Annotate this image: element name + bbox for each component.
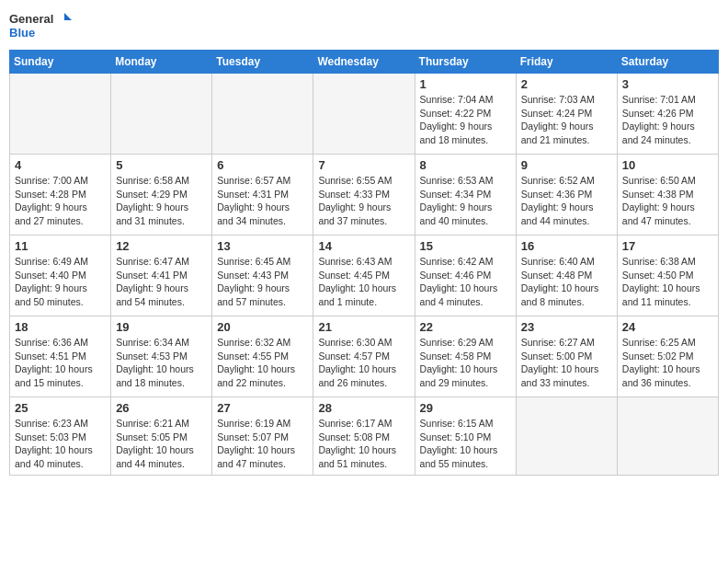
day-number: 7	[318, 158, 409, 172]
day-info: Sunrise: 6:32 AMSunset: 4:55 PMDaylight:…	[217, 336, 308, 390]
day-info: Sunrise: 7:04 AMSunset: 4:22 PMDaylight:…	[420, 93, 511, 147]
calendar-cell: 17Sunrise: 6:38 AMSunset: 4:50 PMDayligh…	[617, 236, 718, 316]
calendar-cell	[212, 74, 313, 155]
svg-marker-2	[64, 13, 72, 20]
day-number: 9	[521, 158, 612, 172]
day-info: Sunrise: 6:38 AMSunset: 4:50 PMDaylight:…	[622, 255, 713, 309]
weekday-header-wednesday: Wednesday	[313, 51, 415, 74]
calendar-cell: 26Sunrise: 6:21 AMSunset: 5:05 PMDayligh…	[111, 397, 212, 476]
week-row-1: 4Sunrise: 7:00 AMSunset: 4:28 PMDaylight…	[10, 155, 719, 236]
day-info: Sunrise: 6:45 AMSunset: 4:43 PMDaylight:…	[217, 255, 308, 309]
calendar-cell: 20Sunrise: 6:32 AMSunset: 4:55 PMDayligh…	[212, 316, 313, 397]
calendar-cell: 18Sunrise: 6:36 AMSunset: 4:51 PMDayligh…	[10, 316, 111, 397]
day-info: Sunrise: 6:29 AMSunset: 4:58 PMDaylight:…	[420, 336, 511, 390]
calendar-cell: 12Sunrise: 6:47 AMSunset: 4:41 PMDayligh…	[111, 236, 212, 316]
day-info: Sunrise: 6:21 AMSunset: 5:05 PMDaylight:…	[116, 417, 207, 471]
day-number: 17	[622, 239, 713, 253]
day-info: Sunrise: 7:03 AMSunset: 4:24 PMDaylight:…	[521, 93, 612, 147]
weekday-header-row: SundayMondayTuesdayWednesdayThursdayFrid…	[10, 51, 719, 74]
calendar-table: SundayMondayTuesdayWednesdayThursdayFrid…	[9, 50, 719, 476]
day-number: 12	[116, 239, 207, 253]
calendar-cell: 22Sunrise: 6:29 AMSunset: 4:58 PMDayligh…	[415, 316, 516, 397]
calendar-cell	[516, 397, 617, 476]
day-number: 26	[116, 401, 207, 415]
day-number: 15	[420, 239, 511, 253]
calendar-cell: 13Sunrise: 6:45 AMSunset: 4:43 PMDayligh…	[212, 236, 313, 316]
day-info: Sunrise: 6:19 AMSunset: 5:07 PMDaylight:…	[217, 417, 308, 471]
header: General Blue	[9, 9, 719, 42]
calendar-cell	[10, 74, 111, 155]
calendar-cell: 5Sunrise: 6:58 AMSunset: 4:29 PMDaylight…	[111, 155, 212, 236]
day-info: Sunrise: 6:55 AMSunset: 4:33 PMDaylight:…	[318, 174, 409, 228]
svg-text:General: General	[9, 12, 53, 26]
day-info: Sunrise: 7:01 AMSunset: 4:26 PMDaylight:…	[622, 93, 713, 147]
calendar-cell: 6Sunrise: 6:57 AMSunset: 4:31 PMDaylight…	[212, 155, 313, 236]
day-number: 22	[420, 320, 511, 334]
svg-text:Blue: Blue	[9, 26, 35, 40]
logo: General Blue	[9, 9, 74, 42]
calendar-cell: 15Sunrise: 6:42 AMSunset: 4:46 PMDayligh…	[415, 236, 516, 316]
calendar-cell: 28Sunrise: 6:17 AMSunset: 5:08 PMDayligh…	[313, 397, 415, 476]
calendar-cell: 7Sunrise: 6:55 AMSunset: 4:33 PMDaylight…	[313, 155, 415, 236]
week-row-2: 11Sunrise: 6:49 AMSunset: 4:40 PMDayligh…	[10, 236, 719, 316]
day-number: 14	[318, 239, 409, 253]
day-info: Sunrise: 6:17 AMSunset: 5:08 PMDaylight:…	[318, 417, 409, 471]
day-number: 24	[622, 320, 713, 334]
day-number: 28	[318, 401, 409, 415]
calendar-cell: 3Sunrise: 7:01 AMSunset: 4:26 PMDaylight…	[617, 74, 718, 155]
calendar-cell: 16Sunrise: 6:40 AMSunset: 4:48 PMDayligh…	[516, 236, 617, 316]
calendar-cell: 23Sunrise: 6:27 AMSunset: 5:00 PMDayligh…	[516, 316, 617, 397]
day-info: Sunrise: 6:50 AMSunset: 4:38 PMDaylight:…	[622, 174, 713, 228]
weekday-header-sunday: Sunday	[10, 51, 111, 74]
calendar-cell: 9Sunrise: 6:52 AMSunset: 4:36 PMDaylight…	[516, 155, 617, 236]
day-number: 4	[15, 158, 106, 172]
weekday-header-friday: Friday	[516, 51, 617, 74]
day-number: 25	[15, 401, 106, 415]
day-number: 8	[420, 158, 511, 172]
weekday-header-saturday: Saturday	[617, 51, 718, 74]
weekday-header-monday: Monday	[111, 51, 212, 74]
calendar-cell: 4Sunrise: 7:00 AMSunset: 4:28 PMDaylight…	[10, 155, 111, 236]
calendar-cell: 29Sunrise: 6:15 AMSunset: 5:10 PMDayligh…	[415, 397, 516, 476]
day-number: 2	[521, 77, 612, 91]
calendar-cell: 10Sunrise: 6:50 AMSunset: 4:38 PMDayligh…	[617, 155, 718, 236]
day-number: 20	[217, 320, 308, 334]
day-info: Sunrise: 6:57 AMSunset: 4:31 PMDaylight:…	[217, 174, 308, 228]
day-number: 18	[15, 320, 106, 334]
calendar-cell: 2Sunrise: 7:03 AMSunset: 4:24 PMDaylight…	[516, 74, 617, 155]
day-number: 29	[420, 401, 511, 415]
calendar-cell: 14Sunrise: 6:43 AMSunset: 4:45 PMDayligh…	[313, 236, 415, 316]
calendar-cell: 8Sunrise: 6:53 AMSunset: 4:34 PMDaylight…	[415, 155, 516, 236]
day-info: Sunrise: 6:15 AMSunset: 5:10 PMDaylight:…	[420, 417, 511, 471]
calendar-cell: 11Sunrise: 6:49 AMSunset: 4:40 PMDayligh…	[10, 236, 111, 316]
day-number: 3	[622, 77, 713, 91]
day-info: Sunrise: 6:52 AMSunset: 4:36 PMDaylight:…	[521, 174, 612, 228]
day-number: 21	[318, 320, 409, 334]
calendar-cell: 27Sunrise: 6:19 AMSunset: 5:07 PMDayligh…	[212, 397, 313, 476]
week-row-0: 1Sunrise: 7:04 AMSunset: 4:22 PMDaylight…	[10, 74, 719, 155]
day-info: Sunrise: 6:27 AMSunset: 5:00 PMDaylight:…	[521, 336, 612, 390]
weekday-header-thursday: Thursday	[415, 51, 516, 74]
day-number: 10	[622, 158, 713, 172]
calendar-cell: 19Sunrise: 6:34 AMSunset: 4:53 PMDayligh…	[111, 316, 212, 397]
day-info: Sunrise: 6:49 AMSunset: 4:40 PMDaylight:…	[15, 255, 106, 309]
day-info: Sunrise: 6:25 AMSunset: 5:02 PMDaylight:…	[622, 336, 713, 390]
weekday-header-tuesday: Tuesday	[212, 51, 313, 74]
day-number: 5	[116, 158, 207, 172]
day-number: 13	[217, 239, 308, 253]
calendar-cell: 24Sunrise: 6:25 AMSunset: 5:02 PMDayligh…	[617, 316, 718, 397]
calendar-cell	[111, 74, 212, 155]
day-number: 27	[217, 401, 308, 415]
calendar-cell: 21Sunrise: 6:30 AMSunset: 4:57 PMDayligh…	[313, 316, 415, 397]
day-info: Sunrise: 7:00 AMSunset: 4:28 PMDaylight:…	[15, 174, 106, 228]
day-info: Sunrise: 6:43 AMSunset: 4:45 PMDaylight:…	[318, 255, 409, 309]
day-info: Sunrise: 6:40 AMSunset: 4:48 PMDaylight:…	[521, 255, 612, 309]
day-info: Sunrise: 6:53 AMSunset: 4:34 PMDaylight:…	[420, 174, 511, 228]
day-number: 6	[217, 158, 308, 172]
day-number: 23	[521, 320, 612, 334]
day-info: Sunrise: 6:36 AMSunset: 4:51 PMDaylight:…	[15, 336, 106, 390]
day-number: 19	[116, 320, 207, 334]
day-info: Sunrise: 6:34 AMSunset: 4:53 PMDaylight:…	[116, 336, 207, 390]
week-row-3: 18Sunrise: 6:36 AMSunset: 4:51 PMDayligh…	[10, 316, 719, 397]
day-info: Sunrise: 6:30 AMSunset: 4:57 PMDaylight:…	[318, 336, 409, 390]
